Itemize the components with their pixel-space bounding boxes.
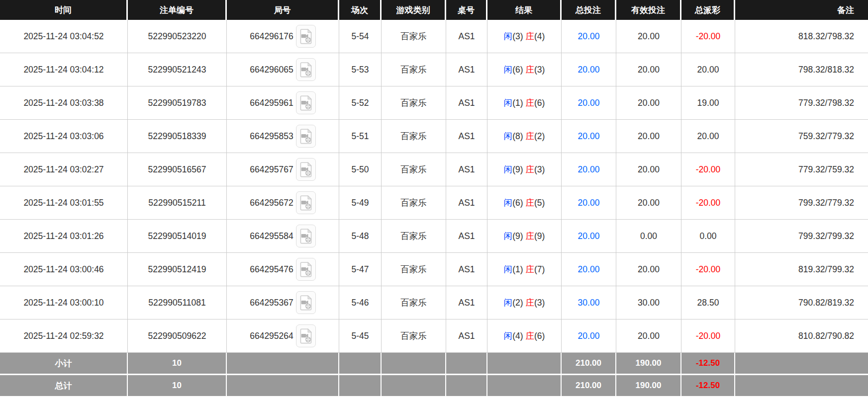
- video-replay-button[interactable]: [296, 191, 316, 214]
- result-player-count: (6): [512, 65, 523, 75]
- cell-result: 闲(2) 庄(3): [487, 286, 562, 319]
- result-banker-count: (3): [534, 298, 545, 308]
- header-row: 时间注单编号局号场次游戏类别桌号结果总投注有效投注总派彩备注: [0, 0, 868, 20]
- video-replay-icon: [299, 161, 312, 178]
- subtotal-row-payout: -12.50: [681, 353, 735, 375]
- cell-round_no: 664295367: [227, 286, 339, 319]
- cell-table_no: AS1: [446, 53, 487, 86]
- video-replay-button[interactable]: [296, 291, 316, 314]
- cell-total_bet: 20.00: [562, 53, 616, 86]
- video-replay-button[interactable]: [296, 324, 316, 347]
- video-replay-button[interactable]: [296, 125, 316, 148]
- video-replay-button[interactable]: [296, 225, 316, 247]
- cell-bet_no: 522990514019: [128, 220, 227, 253]
- cell-table_no: AS1: [446, 286, 487, 319]
- cell-total_bet: 20.00: [562, 20, 616, 53]
- total-row-empty-cell: [382, 375, 446, 397]
- subtotal-row-empty-cell: [227, 353, 339, 375]
- cell-total_bet: 20.00: [562, 86, 616, 120]
- video-replay-button[interactable]: [296, 91, 316, 114]
- table-row: 2025-11-24 03:04:12522990521243664296065…: [0, 53, 868, 86]
- cell-table_no: AS1: [446, 253, 487, 286]
- cell-remark: 798.32/818.32: [735, 53, 868, 86]
- result-banker-label: 庄: [525, 131, 534, 141]
- video-replay-button[interactable]: [296, 58, 316, 81]
- cell-bet_no: 522990516567: [128, 153, 227, 186]
- cell-total_bet: 20.00: [562, 319, 616, 353]
- round-number: 664295264: [250, 331, 293, 341]
- total-row-count: 10: [128, 375, 227, 397]
- round-number: 664295476: [250, 264, 293, 274]
- cell-remark: 759.32/779.32: [735, 120, 868, 153]
- cell-session: 5-50: [339, 153, 382, 186]
- cell-session: 5-47: [339, 253, 382, 286]
- cell-remark: 819.32/799.32: [735, 253, 868, 286]
- total-row-empty-cell: [487, 375, 562, 397]
- cell-bet_no: 522990511081: [128, 286, 227, 319]
- video-replay-button[interactable]: [296, 258, 316, 281]
- subtotal-row: 小计10210.00190.00-12.50: [0, 353, 868, 375]
- subtotal-row-total-bet: 210.00: [562, 353, 616, 375]
- cell-payout: 28.50: [681, 286, 735, 319]
- cell-result: 闲(9) 庄(3): [487, 153, 562, 186]
- cell-round_no: 664295853: [227, 120, 339, 153]
- result-player-label: 闲: [504, 198, 513, 208]
- total-row-empty-cell: [446, 375, 487, 397]
- cell-valid_bet: 20.00: [616, 53, 681, 86]
- cell-table_no: AS1: [446, 319, 487, 353]
- cell-total_bet: 20.00: [562, 253, 616, 286]
- cell-remark: 818.32/798.32: [735, 20, 868, 53]
- cell-time: 2025-11-24 03:00:10: [0, 286, 128, 319]
- cell-table_no: AS1: [446, 220, 487, 253]
- column-header-bet_no: 注单编号: [128, 0, 227, 20]
- video-replay-button[interactable]: [296, 158, 316, 181]
- video-replay-button[interactable]: [296, 25, 316, 48]
- cell-valid_bet: 20.00: [616, 186, 681, 220]
- result-banker-count: (5): [534, 198, 545, 208]
- result-banker-label: 庄: [525, 231, 534, 241]
- column-header-payout: 总派彩: [681, 0, 735, 20]
- result-player-label: 闲: [504, 98, 513, 108]
- cell-time: 2025-11-24 03:04:52: [0, 20, 128, 53]
- cell-game_type: 百家乐: [382, 153, 446, 186]
- cell-table_no: AS1: [446, 86, 487, 120]
- cell-game_type: 百家乐: [382, 319, 446, 353]
- round-number: 664295853: [250, 131, 293, 141]
- result-player-count: (8): [512, 131, 523, 141]
- cell-valid_bet: 30.00: [616, 286, 681, 319]
- cell-bet_no: 522990512419: [128, 253, 227, 286]
- cell-bet_no: 522990523220: [128, 20, 227, 53]
- cell-valid_bet: 20.00: [616, 319, 681, 353]
- video-replay-icon: [299, 294, 312, 311]
- round-number: 664296176: [250, 31, 293, 41]
- cell-payout: -20.00: [681, 20, 735, 53]
- subtotal-row-empty-cell: [339, 353, 382, 375]
- cell-bet_no: 522990519783: [128, 86, 227, 120]
- cell-bet_no: 522990518339: [128, 120, 227, 153]
- column-header-round_no: 局号: [227, 0, 339, 20]
- cell-time: 2025-11-24 03:04:12: [0, 53, 128, 86]
- result-player-label: 闲: [504, 164, 513, 174]
- round-number: 664295961: [250, 98, 293, 108]
- cell-remark: 790.82/819.32: [735, 286, 868, 319]
- total-row-total-bet: 210.00: [562, 375, 616, 397]
- cell-session: 5-45: [339, 319, 382, 353]
- result-banker-count: (2): [534, 131, 545, 141]
- column-header-session: 场次: [339, 0, 382, 20]
- result-player-label: 闲: [504, 331, 513, 341]
- cell-game_type: 百家乐: [382, 120, 446, 153]
- result-player-count: (1): [512, 264, 523, 274]
- cell-result: 闲(8) 庄(2): [487, 120, 562, 153]
- result-banker-count: (6): [534, 331, 545, 341]
- video-replay-icon: [299, 327, 312, 344]
- subtotal-row-empty-cell: [487, 353, 562, 375]
- total-row-empty-cell: [227, 375, 339, 397]
- cell-payout: -20.00: [681, 253, 735, 286]
- cell-session: 5-54: [339, 20, 382, 53]
- cell-result: 闲(3) 庄(4): [487, 20, 562, 53]
- subtotal-row-empty-cell: [382, 353, 446, 375]
- cell-session: 5-48: [339, 220, 382, 253]
- round-number: 664296065: [250, 65, 293, 75]
- cell-remark: 779.32/798.32: [735, 86, 868, 120]
- cell-bet_no: 522990515211: [128, 186, 227, 220]
